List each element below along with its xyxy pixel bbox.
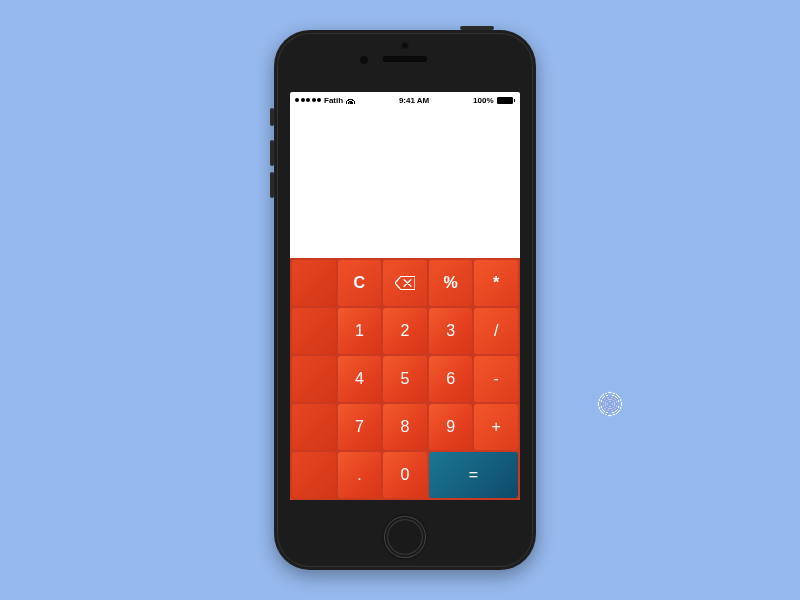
signal-strength-icon	[295, 98, 321, 102]
calculator-display	[290, 108, 520, 258]
digit-5-button[interactable]: 5	[383, 356, 427, 402]
digit-4-button[interactable]: 4	[338, 356, 382, 402]
status-time: 9:41 AM	[399, 96, 429, 105]
proximity-sensor	[360, 56, 368, 64]
percent-button[interactable]: %	[429, 260, 473, 306]
home-button[interactable]	[384, 516, 426, 558]
earpiece-speaker	[383, 56, 427, 62]
battery-icon	[497, 97, 516, 104]
key-blank-4	[292, 404, 336, 450]
phone-frame: Fatih 9:41 AM 100% C	[274, 30, 536, 570]
key-blank-5	[292, 452, 336, 498]
digit-7-button[interactable]: 7	[338, 404, 382, 450]
clear-button[interactable]: C	[338, 260, 382, 306]
digit-8-button[interactable]: 8	[383, 404, 427, 450]
volume-up-button	[270, 140, 274, 166]
digit-3-button[interactable]: 3	[429, 308, 473, 354]
power-button	[460, 26, 494, 30]
digit-9-button[interactable]: 9	[429, 404, 473, 450]
carrier-label: Fatih	[324, 96, 343, 105]
backspace-button[interactable]	[383, 260, 427, 306]
decimal-button[interactable]: .	[338, 452, 382, 498]
backspace-icon	[395, 276, 415, 290]
status-bar: Fatih 9:41 AM 100%	[290, 92, 520, 108]
digit-0-button[interactable]: 0	[383, 452, 427, 498]
status-right: 100%	[473, 96, 515, 105]
plus-button[interactable]: +	[474, 404, 518, 450]
digit-1-button[interactable]: 1	[338, 308, 382, 354]
status-left: Fatih	[295, 96, 355, 105]
key-blank-2	[292, 308, 336, 354]
front-camera	[402, 42, 409, 49]
key-blank-top	[292, 260, 336, 306]
multiply-button[interactable]: *	[474, 260, 518, 306]
battery-percent: 100%	[473, 96, 493, 105]
volume-down-button	[270, 172, 274, 198]
digit-2-button[interactable]: 2	[383, 308, 427, 354]
equals-button[interactable]: =	[429, 452, 518, 498]
wifi-icon	[346, 97, 355, 104]
key-blank-3	[292, 356, 336, 402]
cursor-indicator	[598, 392, 622, 416]
calculator-keypad: C % * 1 2 3 / 4 5 6 -	[290, 258, 520, 500]
minus-button[interactable]: -	[474, 356, 518, 402]
screen: Fatih 9:41 AM 100% C	[290, 92, 520, 500]
divide-button[interactable]: /	[474, 308, 518, 354]
digit-6-button[interactable]: 6	[429, 356, 473, 402]
mute-switch	[270, 108, 274, 126]
